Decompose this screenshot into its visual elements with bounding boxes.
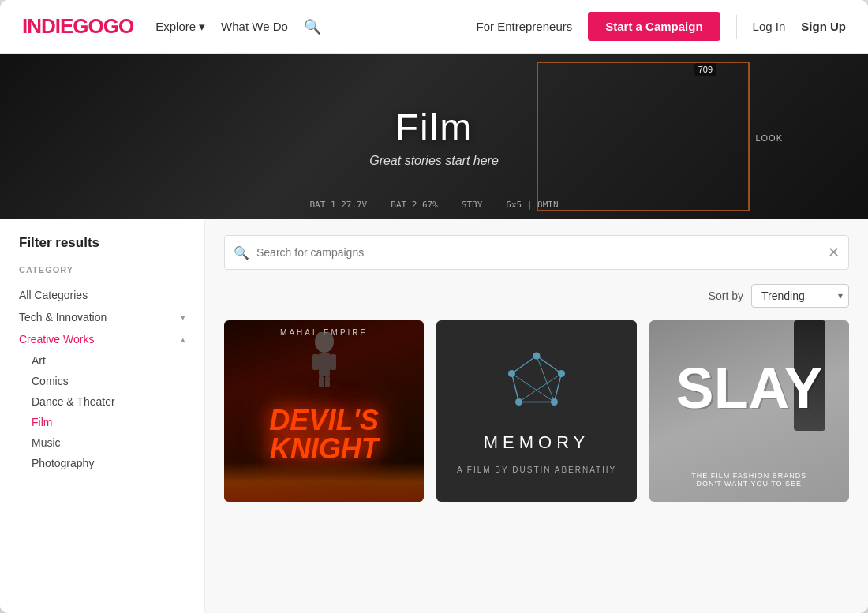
nav-left: INDIEGOGO Explore ▾ What We Do 🔍	[22, 14, 458, 39]
chevron-down-icon: ▾	[181, 312, 185, 323]
sort-label: Sort by	[709, 290, 743, 302]
sidebar-item-creative-works[interactable]: Creative Works ▴	[19, 328, 185, 350]
login-button[interactable]: Log In	[753, 20, 786, 33]
hero-subtitle: Great stories start here	[369, 154, 499, 168]
chevron-up-icon: ▴	[181, 335, 185, 345]
svg-rect-2	[312, 354, 319, 370]
signup-button[interactable]: Sign Up	[801, 20, 846, 33]
sidebar: Filter results CATEGORY All Categories T…	[0, 219, 205, 613]
svg-rect-1	[319, 353, 330, 376]
sidebar-item-film[interactable]: Film	[32, 412, 185, 432]
hero-look-label: LOOK	[755, 133, 783, 143]
close-icon[interactable]: ✕	[828, 244, 840, 261]
knight-icon	[305, 332, 344, 387]
search-input[interactable]	[224, 235, 849, 270]
for-entrepreneurs-link[interactable]: For Entrepreneurs	[477, 20, 573, 33]
svg-rect-4	[319, 376, 324, 387]
sidebar-item-music[interactable]: Music	[32, 432, 185, 453]
hero-banner: 709 LOOK Film Great stories start here B…	[0, 54, 868, 219]
sort-bar: Sort by Trending Most Funded Newest Endi…	[224, 284, 849, 308]
campaign-grid: MAHAL EMPIRE Devil's Knight	[224, 320, 849, 502]
svg-point-0	[315, 332, 334, 353]
category-label: CATEGORY	[19, 265, 185, 275]
slay-title: SLAY	[649, 360, 849, 417]
memory-graphic	[501, 349, 572, 420]
hero-text: Film Great stories start here	[369, 106, 499, 168]
memory-subtitle: A FILM BY DUSTIN ABERNATHY	[457, 465, 616, 474]
hud-item-3: STBY	[462, 200, 483, 210]
memory-title: MEMORY	[484, 432, 590, 453]
main-content: Filter results CATEGORY All Categories T…	[0, 219, 868, 613]
sort-select[interactable]: Trending Most Funded Newest Ending Soon	[751, 284, 849, 308]
search-bar-wrap: 🔍 ✕	[224, 235, 849, 270]
sidebar-sub-creative: Art Comics Dance & Theater Film Music Ph…	[19, 350, 185, 473]
campaign-card-slay[interactable]: SLAY THE FILM FASHION BRANDS DON'T WANT …	[649, 320, 849, 502]
explore-nav-link[interactable]: Explore ▾	[155, 20, 205, 34]
nav-right: For Entrepreneurs Start a Campaign Log I…	[477, 12, 847, 41]
chevron-down-icon: ▾	[199, 20, 205, 34]
search-icon[interactable]: 🔍	[304, 18, 321, 36]
hero-frame	[537, 62, 750, 211]
svg-rect-5	[325, 376, 330, 387]
card-overlay: MAHAL EMPIRE Devil's Knight	[224, 320, 424, 502]
card-title: Devil's Knight	[269, 406, 379, 463]
start-campaign-button[interactable]: Start a Campaign	[588, 12, 720, 41]
navbar: INDIEGOGO Explore ▾ What We Do 🔍 For Ent…	[0, 0, 868, 54]
campaign-card-memory[interactable]: MEMORY A FILM BY DUSTIN ABERNATHY	[436, 320, 636, 502]
hud-item-1: BAT 1 27.7V	[309, 200, 367, 210]
sidebar-item-art[interactable]: Art	[32, 350, 185, 371]
hud-item-2: BAT 2 67%	[391, 200, 438, 210]
hud-item-4: 6x5 | 8MIN	[506, 200, 558, 210]
hero-badge: 709	[694, 63, 716, 76]
card-line2: Knight	[269, 435, 379, 463]
sidebar-item-photography[interactable]: Photography	[32, 453, 185, 473]
campaign-card-devils-knight[interactable]: MAHAL EMPIRE Devil's Knight	[224, 320, 424, 502]
sort-select-wrap: Trending Most Funded Newest Ending Soon …	[751, 284, 849, 308]
nav-divider	[736, 15, 737, 39]
filter-title: Filter results	[19, 235, 185, 251]
hero-hud: BAT 1 27.7V BAT 2 67% STBY 6x5 | 8MIN	[309, 200, 558, 210]
sidebar-item-all-categories[interactable]: All Categories	[19, 284, 185, 306]
fire-effect	[224, 462, 424, 502]
sidebar-item-comics[interactable]: Comics	[32, 371, 185, 391]
sidebar-item-dance[interactable]: Dance & Theater	[32, 391, 185, 412]
search-icon: 🔍	[234, 245, 249, 260]
svg-rect-3	[330, 354, 336, 370]
slay-subtitle: THE FILM FASHION BRANDS DON'T WANT YOU T…	[649, 472, 849, 488]
logo[interactable]: INDIEGOGO	[22, 14, 133, 39]
what-we-do-nav-link[interactable]: What We Do	[221, 20, 288, 33]
sidebar-item-tech[interactable]: Tech & Innovation ▾	[19, 306, 185, 328]
right-panel: 🔍 ✕ Sort by Trending Most Funded Newest …	[205, 219, 868, 613]
hero-title: Film	[369, 106, 499, 149]
card-line1: Devil's	[269, 406, 379, 435]
